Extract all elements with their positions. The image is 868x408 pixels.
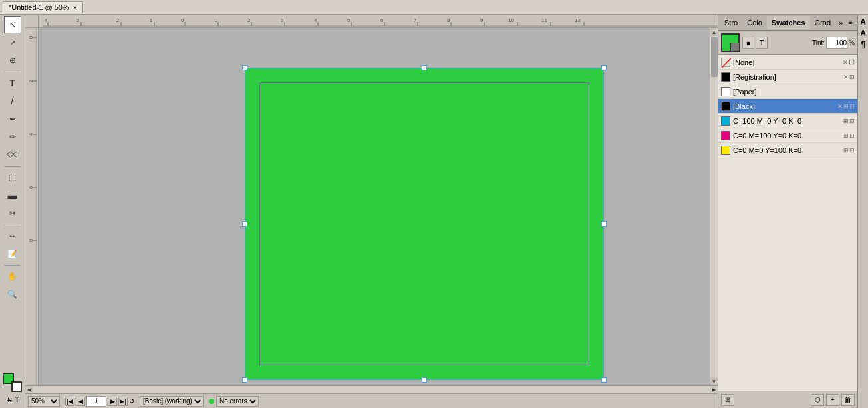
- panel-tabs-more[interactable]: »: [836, 17, 845, 28]
- new-color-group-button[interactable]: ⬡: [811, 394, 824, 406]
- scroll-down-button[interactable]: ▼: [710, 377, 718, 385]
- note-tool-button[interactable]: 📝: [4, 245, 21, 262]
- pen-tool-button[interactable]: ✒: [4, 110, 21, 128]
- gradient-tab-label: Grad: [815, 19, 831, 27]
- handle-top-right[interactable]: [601, 65, 607, 70]
- swatch-fill-button[interactable]: ■: [742, 37, 754, 49]
- next-page-button[interactable]: ▶: [108, 397, 117, 406]
- ruler-left: 0 2 4 6 8: [25, 28, 39, 385]
- handle-middle-right[interactable]: [601, 221, 607, 227]
- toolbar-separator-3: [5, 225, 21, 225]
- scroll-right-button[interactable]: ▶: [710, 386, 718, 394]
- prev-page-button[interactable]: ◀: [76, 397, 85, 406]
- svg-text:-4: -4: [43, 17, 48, 23]
- horizontal-scrollbar[interactable]: ◀ ▶: [25, 385, 718, 393]
- document-title: *Untitled-1 @ 50%: [9, 3, 69, 11]
- svg-text:2: 2: [247, 17, 251, 23]
- handle-bottom-left[interactable]: [242, 377, 247, 383]
- vertical-scrollbar[interactable]: ▲ ▼: [710, 28, 718, 385]
- swatch-name-magenta: C=0 M=100 Y=0 K=0: [733, 132, 841, 140]
- refresh-icon[interactable]: ↺: [129, 397, 134, 405]
- show-swatch-kinds-button[interactable]: ⊞: [721, 394, 734, 406]
- swatch-black-icon-1: ✕: [837, 103, 843, 110]
- zoom-select[interactable]: 50% 75% 100% 150% 200%: [28, 396, 60, 407]
- swatch-color-yellow: [721, 146, 730, 155]
- transform-tool-button[interactable]: ↔: [4, 227, 21, 245]
- handle-bottom-right[interactable]: [601, 377, 607, 383]
- ruler-corner: [25, 15, 39, 28]
- line-tool-button[interactable]: /: [4, 92, 21, 110]
- last-page-button[interactable]: ▶|: [118, 397, 128, 406]
- swatch-type-buttons: ■ T: [742, 37, 768, 49]
- pencil-tool-button[interactable]: ✏: [4, 128, 21, 146]
- scissors-tool-button[interactable]: ✂: [4, 205, 21, 222]
- active-swatch-preview[interactable]: [721, 33, 740, 52]
- scroll-left-button[interactable]: ◀: [25, 386, 33, 394]
- direct-selection-tool-button[interactable]: ↗: [4, 34, 21, 51]
- anchor-tool-button[interactable]: ⊕: [4, 52, 21, 69]
- fill-stroke-box[interactable]: [3, 373, 22, 392]
- scroll-track-vertical[interactable]: [710, 36, 718, 377]
- tab-color[interactable]: Colo: [742, 16, 767, 29]
- swatch-item-registration[interactable]: [Registration] ✕ ⊡: [718, 70, 857, 84]
- document-canvas[interactable]: [245, 68, 604, 380]
- pen-icon: ✒: [9, 114, 16, 124]
- pencil-icon: ✏: [9, 132, 16, 142]
- swatch-item-paper[interactable]: [Paper]: [718, 84, 857, 99]
- profile-select[interactable]: [Basic] (working): [140, 396, 204, 407]
- swatch-black-icon-2: ⊞: [843, 103, 849, 110]
- document-tab[interactable]: *Untitled-1 @ 50% ×: [3, 1, 83, 13]
- scroll-track-horizontal[interactable]: [33, 387, 710, 393]
- anchor-icon: ⊕: [9, 56, 16, 65]
- swatch-item-yellow[interactable]: C=0 M=0 Y=100 K=0 ⊞ ⊡: [718, 143, 857, 157]
- scroll-up-button[interactable]: ▲: [710, 28, 718, 36]
- selection-tool-button[interactable]: ↖: [4, 16, 21, 33]
- profile-control[interactable]: [Basic] (working): [140, 396, 204, 407]
- tab-swatches[interactable]: Swatches: [767, 16, 810, 29]
- scroll-thumb-vertical[interactable]: [711, 37, 718, 77]
- svg-text:6: 6: [380, 17, 384, 23]
- canvas-scroll[interactable]: [39, 28, 710, 385]
- handle-top-left[interactable]: [242, 65, 247, 70]
- new-swatch-button[interactable]: +: [826, 394, 839, 406]
- none-apply-row: N T: [5, 396, 19, 404]
- tint-input[interactable]: [826, 37, 847, 49]
- delete-swatch-button[interactable]: 🗑: [841, 394, 855, 406]
- eraser-tool-button[interactable]: ⌫: [4, 146, 21, 163]
- hand-tool-button[interactable]: ✋: [4, 268, 21, 285]
- no-errors-indicator: [209, 399, 214, 404]
- frame-tool-button[interactable]: ⬚: [4, 169, 21, 186]
- svg-text:3: 3: [281, 17, 284, 23]
- none-button[interactable]: N: [5, 396, 13, 404]
- right-edge-btn-2[interactable]: A: [859, 29, 868, 38]
- swatch-item-magenta[interactable]: C=0 M=100 Y=0 K=0 ⊞ ⊡: [718, 128, 857, 143]
- swatch-type-button[interactable]: T: [756, 37, 768, 49]
- swatch-name-registration: [Registration]: [733, 73, 841, 81]
- zoom-tool-button[interactable]: 🔍: [4, 286, 21, 303]
- svg-text:9: 9: [480, 17, 484, 23]
- right-edge-btn-3[interactable]: ¶: [859, 40, 868, 49]
- errors-select[interactable]: No errors: [216, 396, 259, 407]
- page-number-input[interactable]: [86, 396, 106, 407]
- svg-text:12: 12: [575, 17, 581, 23]
- stroke-color-box[interactable]: [11, 381, 22, 392]
- tab-stroke[interactable]: Stro: [720, 16, 742, 29]
- handle-top-center[interactable]: [422, 65, 427, 70]
- type-tool-button[interactable]: T: [4, 74, 21, 92]
- swatch-item-black[interactable]: [Black] ✕ ⊞ ⊡: [718, 99, 857, 114]
- swatch-item-cyan[interactable]: C=100 M=0 Y=0 K=0 ⊞ ⊡: [718, 114, 857, 128]
- right-edge-btn-1[interactable]: A: [859, 17, 868, 27]
- swatches-list[interactable]: [None] ✕ ⊡ [Registration] ✕ ⊡ [Paper]: [718, 55, 857, 391]
- first-page-button[interactable]: |◀: [65, 397, 74, 406]
- swatch-name-paper: [Paper]: [733, 88, 852, 96]
- rect-tool-button[interactable]: ▬: [4, 187, 21, 204]
- tab-close-button[interactable]: ×: [73, 3, 77, 11]
- tab-gradient[interactable]: Grad: [810, 16, 835, 29]
- tint-label: Tint:: [812, 39, 825, 47]
- swatch-item-none[interactable]: [None] ✕ ⊡: [718, 55, 857, 70]
- swatch-magenta-icon-1: ⊞: [843, 132, 849, 139]
- panel-menu-button[interactable]: ≡: [845, 17, 856, 28]
- zoom-control[interactable]: 50% 75% 100% 150% 200%: [28, 396, 60, 407]
- handle-bottom-center[interactable]: [422, 377, 427, 383]
- handle-middle-left[interactable]: [242, 221, 247, 227]
